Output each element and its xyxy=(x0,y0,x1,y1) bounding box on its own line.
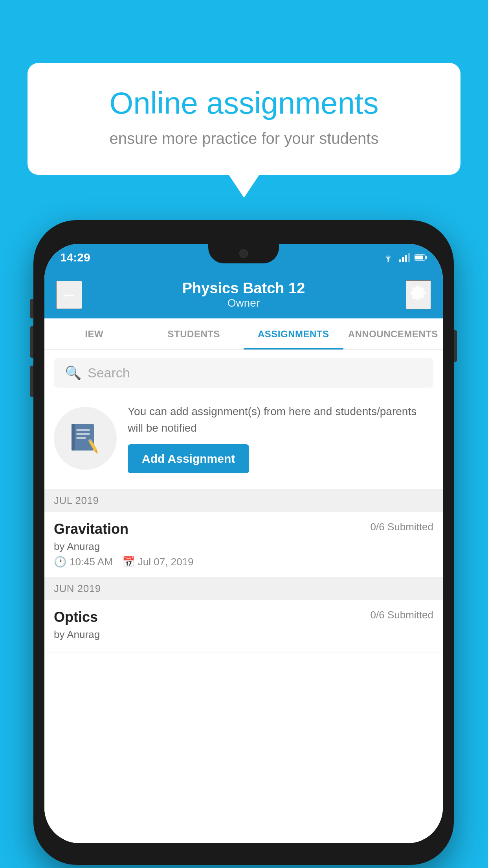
svg-rect-1 xyxy=(399,259,401,262)
speech-bubble-container: Online assignments ensure more practice … xyxy=(28,63,460,198)
svg-rect-7 xyxy=(426,256,427,259)
assignment-date-meta: 📅 Jul 07, 2019 xyxy=(122,556,194,568)
clock-icon: 🕐 xyxy=(54,556,66,568)
notebook-icon xyxy=(68,421,103,456)
add-assignment-button[interactable]: Add Assignment xyxy=(128,444,249,473)
battery-icon xyxy=(415,254,427,261)
mute-button xyxy=(30,299,33,318)
optics-by: by Anurag xyxy=(54,629,433,641)
camera-dot xyxy=(239,249,248,258)
assignment-item-optics[interactable]: Optics 0/6 Submitted by Anurag xyxy=(44,600,443,653)
promo-icon-circle xyxy=(54,407,117,470)
search-icon: 🔍 xyxy=(65,365,81,381)
search-bar[interactable]: 🔍 Search xyxy=(54,358,433,388)
assignment-time-meta: 🕐 10:45 AM xyxy=(54,556,113,568)
promo-description: You can add assignment(s) from here and … xyxy=(128,403,433,436)
tab-iew[interactable]: IEW xyxy=(44,318,144,349)
speech-bubble-tail xyxy=(228,174,260,198)
volume-down-button xyxy=(30,366,33,397)
calendar-icon: 📅 xyxy=(122,556,135,568)
assignment-meta: 🕐 10:45 AM 📅 Jul 07, 2019 xyxy=(54,556,433,568)
svg-rect-10 xyxy=(76,433,90,435)
phone-notch xyxy=(208,244,279,263)
phone-screen: 14:29 xyxy=(44,244,443,843)
assignment-by: by Anurag xyxy=(54,541,433,553)
svg-rect-11 xyxy=(76,437,86,439)
assignment-title: Gravitation xyxy=(54,521,128,537)
speech-bubble-subtitle: ensure more practice for your students xyxy=(59,130,429,147)
back-button[interactable]: ← xyxy=(56,281,82,309)
svg-point-0 xyxy=(387,260,389,262)
app-header: ← Physics Batch 12 Owner xyxy=(44,271,443,318)
assignment-item-gravitation[interactable]: Gravitation 0/6 Submitted by Anurag 🕐 10… xyxy=(44,512,443,577)
svg-rect-9 xyxy=(76,429,90,431)
promo-text-block: You can add assignment(s) from here and … xyxy=(128,403,433,473)
optics-title: Optics xyxy=(54,609,98,625)
settings-button[interactable] xyxy=(406,280,431,309)
power-button xyxy=(454,330,457,362)
gear-icon xyxy=(411,285,426,301)
tab-announcements[interactable]: ANNOUNCEMENTS xyxy=(343,318,443,349)
tabs-bar: IEW STUDENTS ASSIGNMENTS ANNOUNCEMENTS xyxy=(44,318,443,350)
speech-bubble-title: Online assignments xyxy=(59,86,429,120)
header-title-block: Physics Batch 12 Owner xyxy=(182,280,305,309)
wifi-icon xyxy=(382,253,394,262)
month-section-jun: JUN 2019 xyxy=(44,577,443,600)
month-section-jul: JUL 2019 xyxy=(44,489,443,512)
optics-header-row: Optics 0/6 Submitted xyxy=(54,609,433,625)
content-area: 🔍 Search xyxy=(44,350,443,843)
phone-frame: 14:29 xyxy=(33,220,454,865)
assignment-header-row: Gravitation 0/6 Submitted xyxy=(54,521,433,537)
assignment-submitted: 0/6 Submitted xyxy=(371,521,433,533)
svg-rect-12 xyxy=(72,424,75,451)
tab-assignments[interactable]: ASSIGNMENTS xyxy=(244,318,343,349)
add-assignment-promo: You can add assignment(s) from here and … xyxy=(44,395,443,481)
svg-rect-4 xyxy=(408,253,410,262)
assignment-time: 10:45 AM xyxy=(70,556,113,568)
svg-rect-3 xyxy=(405,255,407,262)
volume-up-button xyxy=(30,326,33,358)
assignment-date: Jul 07, 2019 xyxy=(138,556,194,568)
status-time: 14:29 xyxy=(60,251,90,264)
tab-students[interactable]: STUDENTS xyxy=(144,318,244,349)
header-title: Physics Batch 12 xyxy=(182,280,305,297)
optics-submitted: 0/6 Submitted xyxy=(371,609,433,621)
speech-bubble: Online assignments ensure more practice … xyxy=(28,63,460,175)
search-input-placeholder: Search xyxy=(88,365,130,381)
svg-rect-2 xyxy=(402,257,404,262)
signal-icon xyxy=(399,253,410,262)
svg-rect-6 xyxy=(415,256,423,259)
status-icons xyxy=(382,253,427,262)
header-subtitle: Owner xyxy=(182,297,305,309)
